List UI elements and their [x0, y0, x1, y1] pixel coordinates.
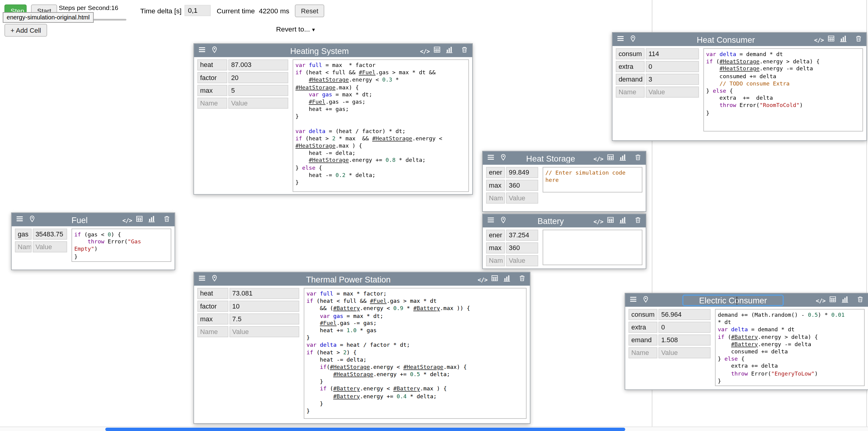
cell-header[interactable]: Thermal Power Station</>: [194, 272, 530, 286]
cell-menu-button[interactable]: [487, 217, 495, 225]
cell-pin-button[interactable]: [210, 275, 218, 283]
cell-title[interactable]: Heat Consumer: [696, 34, 755, 44]
code-editor[interactable]: var delta = demand * dtif (#HeatStorage.…: [703, 48, 863, 132]
variable-name-input[interactable]: demand: [616, 74, 645, 85]
cell-header[interactable]: Heating System</>: [194, 44, 472, 57]
table-view-button[interactable]: [829, 295, 837, 304]
variable-value-input[interactable]: 87.003: [228, 59, 288, 70]
code-editor[interactable]: var full = max * factor;if (heat < full …: [304, 288, 527, 419]
variable-value-input[interactable]: 35483.75: [33, 229, 67, 240]
chart-view-button[interactable]: [618, 217, 627, 225]
chart-view-button[interactable]: [841, 295, 849, 304]
cell-pin-button[interactable]: [641, 295, 649, 304]
variable-name-input[interactable]: Nam: [486, 255, 505, 266]
variable-value-input[interactable]: 360: [506, 180, 538, 191]
variable-name-input[interactable]: ener: [486, 230, 505, 241]
chart-view-button[interactable]: [618, 154, 627, 163]
chart-view-button[interactable]: [148, 215, 156, 224]
chart-view-button[interactable]: [839, 35, 847, 44]
cell-header[interactable]: Heat Consumer</>: [612, 33, 866, 46]
code-editor[interactable]: // Enter simulation codehere: [543, 167, 642, 193]
table-view-button[interactable]: [606, 217, 615, 225]
delete-cell-button[interactable]: [856, 295, 864, 304]
cell-menu-button[interactable]: [198, 46, 206, 55]
variable-value-input[interactable]: 20: [228, 72, 288, 83]
variable-name-input[interactable]: ener: [486, 167, 505, 178]
code-editor[interactable]: if (gas < 0) { throw Error("GasEmpty")}: [71, 229, 171, 262]
variable-value-input[interactable]: 1.508: [658, 335, 711, 346]
table-view-button[interactable]: [135, 215, 144, 224]
variable-name-input[interactable]: factor: [197, 301, 228, 312]
variable-name-input[interactable]: consum: [628, 309, 657, 320]
variable-name-input[interactable]: Name: [628, 347, 657, 358]
variable-value-input[interactable]: 0: [646, 61, 699, 72]
variable-value-input[interactable]: Value: [229, 326, 300, 337]
code-editor[interactable]: demand += (Math.random() - 0.5) * 0.01* …: [715, 309, 865, 386]
chart-view-button[interactable]: [503, 275, 511, 283]
variable-name-input[interactable]: consum: [616, 48, 645, 59]
variable-value-input[interactable]: 360: [506, 242, 538, 254]
cell-header[interactable]: Heat Storage</>: [483, 151, 646, 165]
variable-value-input[interactable]: Value: [658, 347, 711, 358]
chart-view-button[interactable]: [445, 46, 454, 55]
variable-name-input[interactable]: gas: [15, 229, 31, 240]
code-view-button[interactable]: </>: [816, 295, 825, 304]
cell-title[interactable]: Heating System: [290, 46, 349, 55]
variable-value-input[interactable]: 5: [228, 85, 288, 96]
delete-cell-button[interactable]: [518, 275, 526, 283]
cell-pin-button[interactable]: [499, 217, 507, 225]
variable-value-input[interactable]: 3: [646, 74, 699, 85]
code-view-button[interactable]: </>: [594, 154, 602, 163]
variable-name-input[interactable]: Name: [197, 97, 227, 109]
table-view-button[interactable]: [606, 154, 615, 163]
table-view-button[interactable]: [433, 46, 441, 55]
variable-value-input[interactable]: 99.849: [506, 167, 538, 178]
horizontal-scrollbar[interactable]: [0, 427, 868, 431]
variable-name-input[interactable]: Name: [197, 326, 228, 337]
variable-value-input[interactable]: Value: [228, 97, 288, 109]
variable-name-input[interactable]: heat: [197, 288, 228, 299]
cell-pin-button[interactable]: [210, 46, 218, 55]
variable-name-input[interactable]: heat: [197, 59, 227, 70]
table-view-button[interactable]: [491, 275, 499, 283]
cell-pin-button[interactable]: [499, 154, 507, 163]
variable-name-input[interactable]: max: [197, 85, 227, 96]
variable-name-input[interactable]: factor: [197, 72, 227, 83]
delete-cell-button[interactable]: [460, 46, 468, 55]
variable-value-input[interactable]: Value: [506, 255, 538, 266]
variable-value-input[interactable]: Value: [506, 193, 538, 204]
variable-value-input[interactable]: Value: [33, 241, 67, 253]
cell-pin-button[interactable]: [28, 215, 36, 224]
cell-menu-button[interactable]: [616, 35, 624, 44]
cell-title[interactable]: Heat Storage: [526, 153, 575, 163]
cell-title-input[interactable]: Electric Consumer: [682, 294, 783, 306]
variable-name-input[interactable]: max: [197, 313, 228, 325]
variable-value-input[interactable]: 56.964: [658, 309, 711, 320]
variable-value-input[interactable]: 73.081: [229, 288, 300, 299]
variable-name-input[interactable]: max: [486, 242, 505, 254]
delete-cell-button[interactable]: [162, 215, 170, 224]
variable-value-input[interactable]: 7.5: [229, 313, 300, 325]
cell-menu-button[interactable]: [629, 295, 637, 304]
variable-name-input[interactable]: max: [486, 180, 505, 191]
variable-name-input[interactable]: emand: [628, 335, 657, 346]
delete-cell-button[interactable]: [854, 35, 862, 44]
cell-menu-button[interactable]: [198, 275, 206, 283]
delete-cell-button[interactable]: [633, 154, 642, 163]
cell-title[interactable]: Fuel: [71, 215, 88, 224]
variable-name-input[interactable]: Name: [616, 86, 645, 97]
variable-name-input[interactable]: extra: [628, 322, 657, 333]
code-view-button[interactable]: </>: [421, 46, 429, 55]
delete-cell-button[interactable]: [633, 217, 642, 225]
variable-value-input[interactable]: Value: [646, 86, 699, 97]
cell-pin-button[interactable]: [628, 35, 637, 44]
cell-header[interactable]: Fuel</>: [11, 213, 175, 226]
table-view-button[interactable]: [827, 35, 835, 44]
cell-title[interactable]: Battery: [537, 216, 564, 226]
variable-value-input[interactable]: 0: [658, 322, 711, 333]
cell-title[interactable]: Thermal Power Station: [306, 274, 391, 284]
variable-name-input[interactable]: extra: [616, 61, 645, 72]
cell-header[interactable]: Electric Consumer</>: [625, 293, 868, 307]
variable-name-input[interactable]: Nam: [486, 193, 505, 204]
code-view-button[interactable]: </>: [594, 217, 602, 225]
